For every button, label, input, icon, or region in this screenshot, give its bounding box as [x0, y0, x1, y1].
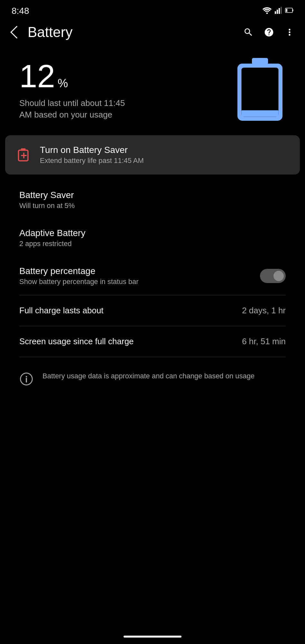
- battery-saver-subtitle: Extend battery life past 11:45 AM: [40, 156, 144, 165]
- home-indicator[interactable]: [124, 636, 181, 638]
- more-options-icon: [284, 27, 295, 37]
- svg-rect-7: [286, 9, 287, 12]
- battery-saver-item[interactable]: Battery Saver Will turn on at 5%: [0, 181, 305, 219]
- battery-percentage-item-text: Battery percentage Show battery percenta…: [19, 266, 139, 286]
- status-time: 8:48: [12, 6, 29, 16]
- bottom-notice-text: Battery usage data is approximate and ca…: [42, 371, 254, 381]
- app-bar-actions: [239, 23, 299, 41]
- battery-percentage: 12 %: [19, 60, 129, 92]
- bottom-notice: Battery usage data is approximate and ca…: [0, 360, 305, 396]
- battery-info: 12 % Should last until about 11:45 AM ba…: [19, 60, 129, 121]
- battery-svg-icon: [234, 58, 286, 122]
- back-arrow-icon: [10, 26, 23, 39]
- adaptive-battery-item-text: Adaptive Battery 2 apps restricted: [19, 228, 85, 248]
- back-button[interactable]: [6, 23, 24, 41]
- battery-saver-icon: [17, 148, 31, 162]
- adaptive-battery-item[interactable]: Adaptive Battery 2 apps restricted: [0, 219, 305, 257]
- settings-list: Battery Saver Will turn on at 5% Adaptiv…: [0, 181, 305, 295]
- svg-rect-1: [275, 11, 276, 14]
- battery-saver-title: Turn on Battery Saver: [40, 145, 144, 155]
- battery-unit: %: [58, 77, 68, 90]
- battery-percentage-item-title: Battery percentage: [19, 266, 139, 276]
- svg-rect-10: [242, 68, 279, 117]
- svg-point-0: [266, 12, 268, 14]
- svg-rect-6: [292, 9, 293, 11]
- status-bar: 8:48: [0, 0, 305, 19]
- adaptive-battery-item-title: Adaptive Battery: [19, 228, 85, 238]
- battery-percentage-item[interactable]: Battery percentage Show battery percenta…: [0, 257, 305, 295]
- search-icon: [243, 27, 254, 37]
- battery-saver-text: Turn on Battery Saver Extend battery lif…: [40, 145, 144, 165]
- svg-rect-2: [277, 10, 278, 14]
- page-title: Battery: [28, 24, 239, 40]
- battery-status-icon: [285, 7, 293, 15]
- status-icons: [263, 7, 293, 15]
- signal-icon: [275, 7, 282, 15]
- svg-rect-8: [252, 58, 268, 64]
- battery-section: 12 % Should last until about 11:45 AM ba…: [0, 45, 305, 135]
- full-charge-value: 2 days, 1 hr: [242, 306, 286, 316]
- battery-number: 12: [19, 60, 55, 92]
- svg-rect-11: [242, 110, 279, 117]
- battery-saver-banner[interactable]: Turn on Battery Saver Extend battery lif…: [5, 135, 300, 175]
- help-button[interactable]: [260, 23, 278, 41]
- battery-graphic: [234, 58, 286, 122]
- svg-rect-4: [281, 7, 282, 14]
- help-icon: [264, 27, 274, 37]
- toggle-thumb: [273, 271, 284, 281]
- battery-saver-item-title: Battery Saver: [19, 190, 75, 200]
- battery-saver-item-text: Battery Saver Will turn on at 5%: [19, 190, 75, 210]
- battery-saver-item-subtitle: Will turn on at 5%: [19, 202, 75, 210]
- more-options-button[interactable]: [281, 23, 299, 41]
- screen-usage-label: Screen usage since full charge: [19, 336, 134, 346]
- svg-rect-13: [21, 148, 26, 151]
- svg-point-18: [26, 376, 27, 377]
- full-charge-row: Full charge lasts about 2 days, 1 hr: [0, 295, 305, 326]
- screen-usage-row: Screen usage since full charge 6 hr, 51 …: [0, 326, 305, 357]
- section-divider-3: [19, 357, 286, 357]
- full-charge-label: Full charge lasts about: [19, 306, 104, 316]
- app-bar: Battery: [0, 19, 305, 45]
- screen-usage-value: 6 hr, 51 min: [242, 336, 286, 346]
- info-icon: [19, 372, 33, 386]
- adaptive-battery-item-subtitle: 2 apps restricted: [19, 240, 85, 248]
- svg-rect-3: [279, 8, 280, 14]
- wifi-icon: [263, 7, 272, 15]
- battery-estimate: Should last until about 11:45 AM based o…: [19, 97, 129, 121]
- search-button[interactable]: [239, 23, 257, 41]
- battery-percentage-toggle[interactable]: [260, 269, 286, 283]
- battery-percentage-item-subtitle: Show battery percentage in status bar: [19, 278, 139, 286]
